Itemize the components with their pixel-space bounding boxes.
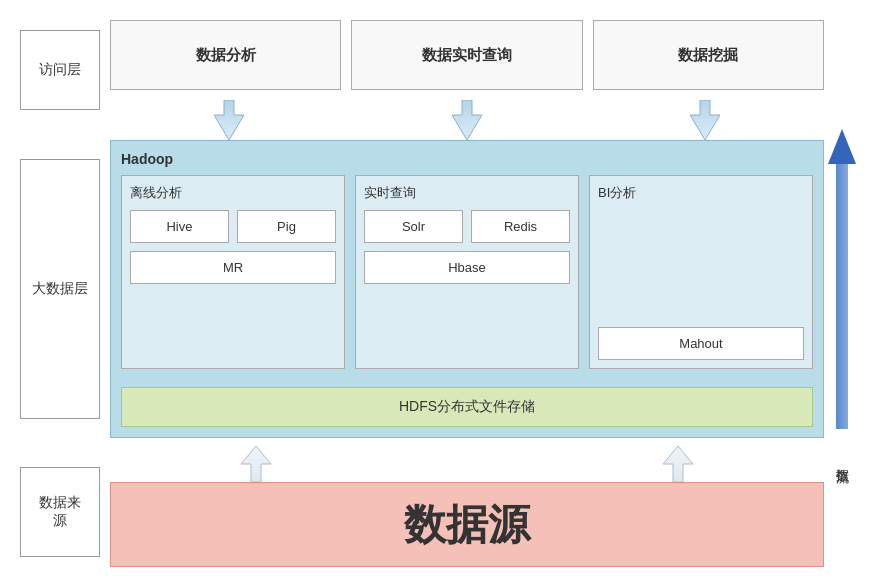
label-bigdata-layer: 大数据层 (20, 159, 100, 419)
box-mahout: Mahout (598, 327, 804, 360)
subsection-bi-label: BI分析 (598, 184, 804, 202)
arrow-down-3 (586, 100, 824, 140)
left-labels: 访问层 大数据层 数据来 源 (20, 20, 100, 567)
svg-marker-3 (241, 446, 271, 482)
hadoop-label: Hadoop (121, 151, 813, 167)
subsection-offline-content: Hive Pig MR (130, 210, 336, 360)
bottom-section: 数据源 (110, 446, 824, 567)
arrow-space-right (693, 446, 824, 482)
box-pig: Pig (237, 210, 336, 243)
subsection-bi: BI分析 Mahout (589, 175, 813, 369)
up-arrows-row (110, 446, 824, 482)
access-layer: 数据分析 数据实时查询 数据挖掘 (110, 20, 824, 90)
box-redis: Redis (471, 210, 570, 243)
arrow-space-left (110, 446, 241, 482)
down-arrows-row (110, 100, 824, 140)
data-source-box: 数据源 (110, 482, 824, 567)
diagram-container: 访问层 大数据层 数据来 源 数据分析 数据实时查询 数据挖掘 (0, 0, 880, 587)
svg-rect-5 (836, 159, 848, 429)
label-source-layer: 数据来 源 (20, 467, 100, 557)
arrow-down-1 (110, 100, 348, 140)
box-hive: Hive (130, 210, 229, 243)
content-area: 数据分析 数据实时查询 数据挖掘 (110, 20, 860, 567)
svg-marker-6 (828, 129, 856, 164)
realtime-top-row: Solr Redis (364, 210, 570, 243)
access-box-analysis: 数据分析 (110, 20, 341, 90)
svg-marker-4 (663, 446, 693, 482)
svg-marker-0 (214, 100, 244, 140)
box-mr: MR (130, 251, 336, 284)
subsection-realtime: 实时查询 Solr Redis Hbase (355, 175, 579, 369)
subsection-offline-label: 离线分析 (130, 184, 336, 202)
access-box-realtime: 数据实时查询 (351, 20, 582, 90)
subsection-offline: 离线分析 Hive Pig MR (121, 175, 345, 369)
arrow-up-2 (663, 446, 693, 482)
subsection-realtime-content: Solr Redis Hbase (364, 210, 570, 360)
offline-top-row: Hive Pig (130, 210, 336, 243)
right-flow-arrow (828, 129, 856, 449)
subsection-realtime-label: 实时查询 (364, 184, 570, 202)
arrow-space-mid (271, 446, 663, 482)
hdfs-bar: HDFS分布式文件存储 (121, 387, 813, 427)
arrow-down-2 (348, 100, 586, 140)
box-solr: Solr (364, 210, 463, 243)
svg-marker-2 (690, 100, 720, 140)
main-area: 数据分析 数据实时查询 数据挖掘 (110, 20, 824, 567)
subsection-bi-content: Mahout (598, 210, 804, 360)
box-hbase: Hbase (364, 251, 570, 284)
svg-marker-1 (452, 100, 482, 140)
hadoop-layer: Hadoop 离线分析 Hive Pig (110, 140, 824, 438)
right-arrow-col: 数据流 (824, 20, 860, 567)
label-access-layer: 访问层 (20, 30, 100, 110)
access-box-mining: 数据挖掘 (593, 20, 824, 90)
hadoop-inner: 离线分析 Hive Pig MR (121, 175, 813, 369)
arrow-up-1 (241, 446, 271, 482)
